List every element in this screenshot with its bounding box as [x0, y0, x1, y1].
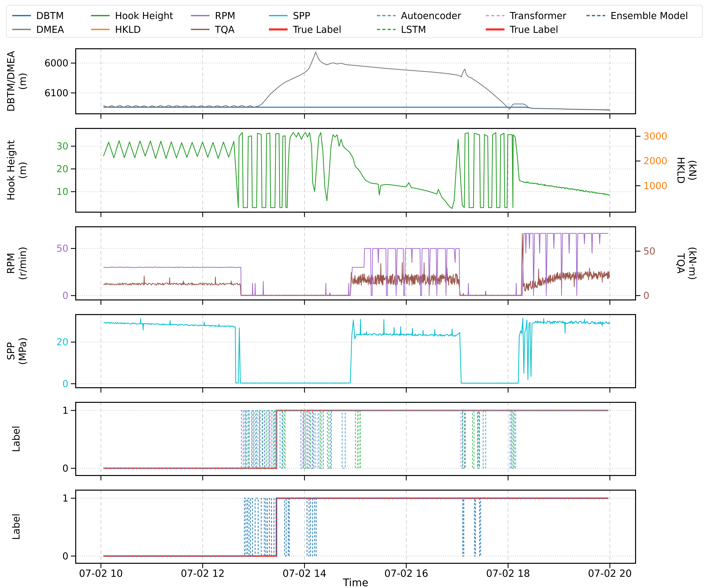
legend-label: DMEA [36, 24, 64, 35]
y-axis-title-spp: SPP [5, 342, 17, 360]
y-tick-label: 6100 [44, 87, 69, 99]
figure-canvas: 60006100DBTM/DMEA(m)302010300020001000HK… [0, 0, 709, 588]
legend-label: Hook Height [115, 10, 173, 21]
y-tick-label: 30 [56, 140, 69, 152]
legend-box [6, 5, 703, 37]
y-tick-label: 1 [62, 405, 69, 416]
y-axis-title-rpm-tqa: (r/min) [17, 247, 28, 280]
legend-label: True Label [510, 24, 558, 35]
y-tick-label: 1 [62, 493, 69, 504]
y-tick-label-right: 3000 [644, 131, 667, 142]
legend-label: Ensemble Model [610, 10, 688, 21]
series-dmea [104, 52, 610, 110]
x-axis-title: Time [343, 577, 368, 588]
y-axis-title-label-models: Label [10, 426, 22, 452]
grid-layer [76, 49, 635, 563]
panel-border-label-ensemble [76, 490, 635, 563]
legend-label: RPM [215, 10, 235, 21]
y-tick-label: 0 [62, 378, 69, 389]
panel-series-label-models [104, 410, 608, 468]
right-axis-title: TQA [675, 253, 687, 274]
y-tick-label: 0 [62, 290, 69, 301]
panel-border-label-models [76, 402, 635, 476]
series-transformer [104, 410, 608, 468]
legend-label: DBTM [36, 10, 64, 21]
y-tick-label-right: 0 [644, 290, 649, 301]
y-tick-label-right: 50 [644, 246, 655, 257]
legend-label: SPP [293, 10, 310, 21]
y-tick-label-right: 2000 [644, 155, 667, 167]
right-axis-title: (kN·m) [687, 247, 698, 280]
series-autoencoder [104, 410, 608, 468]
y-axis-title-spp: (MPa) [17, 337, 28, 365]
y-tick-label: 0 [62, 463, 69, 474]
right-axis-title: (kN) [687, 160, 698, 180]
x-tick-label: 07-02 12 [181, 568, 225, 579]
series-layer [104, 0, 610, 556]
legend: DBTMDMEAHook HeightHKLDRPMTQASPPTrue Lab… [6, 5, 703, 37]
series-spp [104, 318, 610, 383]
y-tick-label: 6000 [44, 57, 69, 69]
series-hook-height [104, 132, 610, 208]
y-tick-label: 10 [56, 186, 69, 197]
y-axis-title-rpm-tqa: RPM [5, 253, 17, 274]
series-true-label [104, 410, 608, 468]
y-axis-title-dbtm-dmea: (m) [17, 73, 28, 90]
panel-series-spp [104, 318, 610, 383]
y-tick-label: 20 [56, 163, 69, 174]
axes-layer: 60006100DBTM/DMEA(m)302010300020001000HK… [5, 49, 698, 579]
y-tick-label: 50 [56, 243, 69, 254]
legend-label: LSTM [401, 24, 426, 35]
y-axis-title-label-ensemble: Label [10, 514, 22, 540]
legend-label: True Label [293, 24, 341, 35]
panel-border-dbtm-dmea [76, 49, 635, 114]
panel-series-rpm-tqa [104, 233, 610, 296]
panel-border-rpm-tqa [76, 227, 635, 300]
y-tick-label: 20 [56, 336, 69, 348]
series-true-label [104, 498, 608, 556]
series-ensemble-model [104, 498, 608, 556]
y-axis-title-hook-hkld: Hook Height [5, 140, 17, 200]
panel-series-label-ensemble [104, 498, 608, 556]
x-tick-label: 07-02 16 [385, 568, 428, 579]
x-tick-label: 07-02 18 [486, 568, 530, 579]
y-tick-label-right: 1000 [644, 180, 667, 191]
panel-border-hook-hkld [76, 128, 635, 212]
right-axis-title: HKLD [675, 157, 687, 183]
y-axis-title-dbtm-dmea: DBTM/DMEA [5, 51, 17, 112]
series-lstm [104, 410, 608, 468]
panel-series-dbtm-dmea [104, 52, 610, 110]
y-tick-label: 0 [62, 551, 69, 562]
legend-label: TQA [215, 24, 235, 35]
timeseries-figure: 60006100DBTM/DMEA(m)302010300020001000HK… [0, 0, 709, 588]
x-tick-label: 07-02 20 [588, 568, 632, 579]
x-tick-label: 07-02 10 [79, 568, 123, 579]
x-tick-label: 07-02 14 [283, 568, 326, 579]
panel-border-spp [76, 314, 635, 388]
legend-label: Transformer [510, 10, 566, 21]
y-axis-title-hook-hkld: (m) [17, 162, 28, 179]
legend-label: HKLD [115, 24, 141, 35]
legend-label: Autoencoder [401, 10, 461, 21]
